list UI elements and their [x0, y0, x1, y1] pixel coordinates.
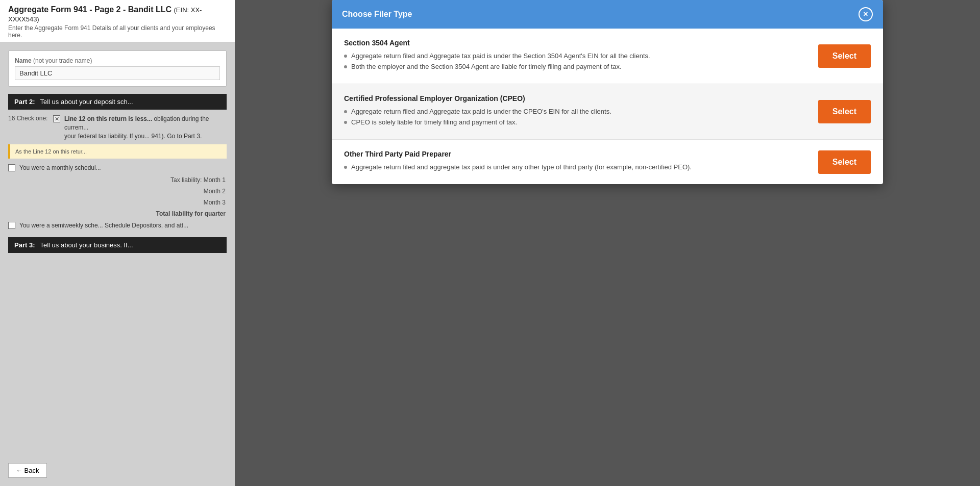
filer-section-title-1: Certified Professional Employer Organiza…	[344, 94, 808, 103]
part3-label: Part 3:	[14, 241, 35, 249]
part2-header: Part 2: Tell us about your deposit sch..…	[8, 94, 227, 110]
semiweekly-checkbox[interactable]	[8, 222, 15, 229]
filer-section-section-other: Other Third Party Paid PreparerAggregate…	[332, 140, 883, 184]
monthly-label: You were a monthly schedul...	[19, 164, 101, 172]
warning-text: As the Line 12 on this retur...	[15, 148, 87, 155]
name-label-note: (not your trade name)	[33, 57, 92, 64]
close-icon: ×	[863, 10, 868, 19]
check16-strong: Line 12 on this return is less...	[64, 115, 152, 122]
filer-section-section-cpeo: Certified Professional Employer Organiza…	[332, 84, 883, 140]
semiweekly-row: You were a semiweekly sche... Schedule D…	[8, 221, 227, 230]
check16-row: 16 Check one: ✕ Line 12 on this return i…	[8, 115, 227, 140]
name-label: Name (not your trade name)	[15, 57, 220, 64]
filer-bullet-0-0: Aggregate return filed and Aggregate tax…	[344, 52, 808, 60]
tax-month3-label: Month 3	[204, 199, 226, 206]
back-button[interactable]: ← Back	[8, 463, 47, 478]
monthly-row: You were a monthly schedul...	[8, 164, 227, 172]
select-button-section-cpeo[interactable]: Select	[818, 100, 871, 123]
tax-month1-label: Tax liability: Month 1	[170, 176, 226, 184]
modal-overlay: Choose Filer Type × Section 3504 AgentAg…	[235, 0, 980, 486]
form-inner: Name (not your trade name)	[8, 50, 227, 87]
filer-section-content-1: Certified Professional Employer Organiza…	[344, 94, 808, 129]
filer-section-content-0: Section 3504 AgentAggregate return filed…	[344, 39, 808, 73]
filer-bullet-text-1-0: Aggregate return filed and Aggregate tax…	[351, 108, 611, 115]
modal-dialog: Choose Filer Type × Section 3504 AgentAg…	[332, 0, 883, 184]
select-button-section-other[interactable]: Select	[818, 150, 871, 174]
tax-month2-row: Month 2	[8, 188, 227, 195]
total-liability-row: Total liability for quarter	[8, 210, 227, 217]
company-name: Bandit LLC	[128, 5, 172, 14]
filer-bullet-text-2-0: Aggregate return filed and aggregate tax…	[351, 163, 692, 171]
name-input[interactable]	[15, 66, 220, 80]
modal-body: Section 3504 AgentAggregate return filed…	[332, 29, 883, 184]
bullet-dot-icon	[344, 166, 347, 169]
check16-box: ✕	[53, 115, 60, 122]
form-title-text: Aggregate Form 941 - Page 2 -	[8, 5, 126, 14]
semiweekly-label: You were a semiweekly sche... Schedule D…	[19, 221, 188, 230]
bullet-dot-icon	[344, 110, 347, 113]
tax-month3-row: Month 3	[8, 199, 227, 206]
modal-close-button[interactable]: ×	[859, 7, 873, 21]
part2-title: Tell us about your deposit sch...	[40, 98, 133, 106]
tax-month1-row: Tax liability: Month 1	[8, 176, 227, 184]
bullet-dot-icon	[344, 55, 347, 58]
filer-section-content-2: Other Third Party Paid PreparerAggregate…	[344, 150, 808, 174]
tax-month2-label: Month 2	[204, 188, 226, 195]
filer-bullet-0-1: Both the employer and the Section 3504 A…	[344, 63, 808, 70]
form-body: Name (not your trade name) Part 2: Tell …	[0, 42, 235, 261]
form-title: Aggregate Form 941 - Page 2 - Bandit LLC…	[8, 5, 227, 23]
check16-label: 16 Check one:	[8, 115, 49, 122]
part2-label: Part 2:	[14, 98, 35, 106]
check16-text: Line 12 on this return is less... obliga…	[64, 115, 227, 140]
back-label: ← Back	[16, 467, 39, 474]
filer-section-section-3504: Section 3504 AgentAggregate return filed…	[332, 29, 883, 84]
filer-bullet-text-0-1: Both the employer and the Section 3504 A…	[351, 63, 622, 70]
warning-box: As the Line 12 on this retur...	[8, 144, 227, 159]
part3-header: Part 3: Tell us about your business. If.…	[8, 237, 227, 253]
select-button-section-3504[interactable]: Select	[818, 44, 871, 68]
background-form: Aggregate Form 941 - Page 2 - Bandit LLC…	[0, 0, 235, 486]
filer-bullet-1-1: CPEO is solely liable for timely filing …	[344, 118, 808, 126]
check16-sub: your federal tax liability. If you... 94…	[64, 133, 202, 140]
name-label-text: Name	[15, 57, 32, 64]
filer-bullet-text-1-1: CPEO is solely liable for timely filing …	[351, 118, 517, 126]
filer-bullet-2-0: Aggregate return filed and aggregate tax…	[344, 163, 808, 171]
part3-title: Tell us about your business. If...	[40, 241, 133, 249]
filer-bullet-text-0-0: Aggregate return filed and Aggregate tax…	[351, 52, 650, 60]
form-header: Aggregate Form 941 - Page 2 - Bandit LLC…	[0, 0, 235, 42]
monthly-checkbox[interactable]	[8, 164, 15, 171]
filer-bullet-1-0: Aggregate return filed and Aggregate tax…	[344, 108, 808, 115]
filer-section-title-0: Section 3504 Agent	[344, 39, 808, 47]
bullet-dot-icon	[344, 65, 347, 68]
bullet-dot-icon	[344, 121, 347, 124]
filer-section-title-2: Other Third Party Paid Preparer	[344, 150, 808, 158]
modal-title: Choose Filer Type	[342, 10, 412, 19]
total-liability-label: Total liability for quarter	[156, 210, 226, 217]
modal-header: Choose Filer Type ×	[332, 0, 883, 29]
form-subtitle: Enter the Aggregate Form 941 Details of …	[8, 24, 227, 39]
